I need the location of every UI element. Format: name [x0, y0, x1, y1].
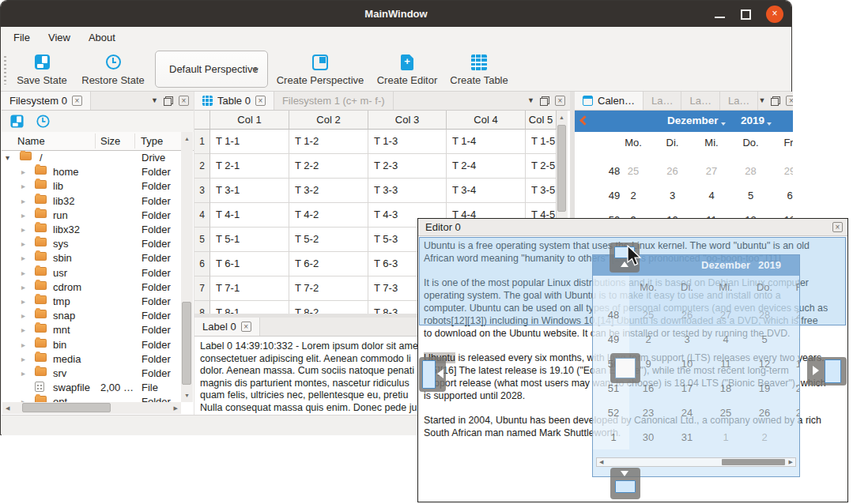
- scroll-up-icon[interactable]: ▲: [184, 136, 190, 141]
- calendar-day-cell[interactable]: 28: [745, 165, 756, 177]
- table-cell[interactable]: T 7-2: [289, 276, 368, 301]
- scroll-left-icon[interactable]: ◀: [6, 405, 9, 411]
- expander-icon[interactable]: ▸: [21, 225, 25, 234]
- calendar-day-cell[interactable]: 29: [784, 165, 793, 177]
- dock-menu-icon[interactable]: ▼: [527, 97, 534, 104]
- table-cell[interactable]: T 3-1: [210, 179, 289, 203]
- table-column-header[interactable]: Col 5: [526, 111, 557, 130]
- table-cell[interactable]: T 4-2: [289, 203, 368, 228]
- tree-row[interactable]: ▸homeFolder: [2, 165, 181, 180]
- calendar-day-header[interactable]: Mi.: [704, 137, 718, 149]
- save-state-button[interactable]: Save State: [12, 51, 72, 88]
- editor-titlebar[interactable]: Editor 0 ×: [418, 219, 847, 236]
- calendar-day-cell[interactable]: 3: [670, 190, 675, 201]
- tree-item-name[interactable]: cdrom: [53, 281, 81, 293]
- minimize-icon[interactable]: [715, 17, 725, 18]
- dock-menu-icon[interactable]: ▼: [151, 97, 158, 104]
- expander-icon[interactable]: ▸: [21, 211, 25, 220]
- table-column-header[interactable]: Col 4: [447, 111, 526, 130]
- tree-row[interactable]: ▸optFolder: [2, 395, 181, 402]
- scrollbar-thumb[interactable]: [182, 302, 191, 385]
- table-cell[interactable]: T 6-1: [210, 252, 289, 276]
- table-cell[interactable]: T 3-3: [368, 179, 447, 203]
- table-row-header[interactable]: 4: [194, 203, 210, 228]
- calendar-day-header[interactable]: Di.: [666, 137, 679, 149]
- table-cell[interactable]: T 2-2: [289, 154, 368, 179]
- tree-item-name[interactable]: sbin: [53, 252, 72, 264]
- table-cell[interactable]: T 5-1: [210, 228, 289, 252]
- calendar-day-header[interactable]: Do.: [742, 137, 758, 149]
- editor-close-icon[interactable]: ×: [832, 222, 843, 232]
- calendar-day-cell[interactable]: 27: [706, 165, 717, 177]
- scroll-up-icon[interactable]: ▲: [559, 115, 564, 120]
- tree-row[interactable]: ▸snapFolder: [2, 309, 181, 324]
- table-cell[interactable]: T 7-1: [210, 276, 289, 301]
- expander-icon[interactable]: ▸: [21, 283, 25, 291]
- tree-row[interactable]: ▸libx32Folder: [2, 223, 181, 238]
- table-row-header[interactable]: 6: [194, 252, 210, 276]
- tree-column-header[interactable]: Name: [17, 135, 45, 147]
- tree-row[interactable]: ▸cdromFolder: [2, 280, 181, 295]
- expander-icon[interactable]: ▸: [21, 239, 25, 248]
- table-column-header[interactable]: Col 1: [210, 111, 289, 130]
- tree-item-name[interactable]: usr: [53, 267, 67, 279]
- table-cell[interactable]: T 5-2: [289, 228, 368, 252]
- scroll-down-icon[interactable]: ▼: [184, 393, 190, 398]
- dock-float-icon[interactable]: [540, 96, 549, 106]
- menu-item-about[interactable]: About: [85, 30, 119, 45]
- tree-item-name[interactable]: lib: [53, 180, 63, 192]
- table-cell[interactable]: T 1-5: [526, 130, 557, 154]
- table-cell[interactable]: T 2-4: [447, 154, 526, 179]
- tree-item-name[interactable]: tmp: [53, 295, 70, 307]
- column-separator[interactable]: [134, 134, 135, 149]
- tab-label-2[interactable]: La…: [681, 92, 719, 110]
- horizontal-scrollbar[interactable]: ◀ ▶: [2, 402, 181, 414]
- calendar-day-cell[interactable]: 26: [666, 165, 677, 177]
- table-cell[interactable]: T 1-2: [289, 130, 368, 154]
- tree-row[interactable]: swapfile2,00 …File: [2, 381, 181, 396]
- calendar-day-cell[interactable]: 4: [708, 190, 714, 201]
- expander-icon[interactable]: ▸: [21, 182, 25, 190]
- tree-row[interactable]: ▸sysFolder: [2, 237, 181, 252]
- tree-item-name[interactable]: libx32: [53, 224, 80, 235]
- tree-row[interactable]: ▸tmpFolder: [2, 295, 181, 310]
- tab-label-1[interactable]: La…: [644, 92, 681, 110]
- expander-icon[interactable]: ▸: [21, 340, 25, 349]
- tree-column-header[interactable]: Size: [100, 135, 120, 147]
- tree-row[interactable]: ▸usrFolder: [2, 266, 181, 281]
- table-row-header[interactable]: 7: [194, 276, 210, 301]
- tab-label-0[interactable]: Label 0 ×: [194, 318, 260, 336]
- table-row-header[interactable]: 2: [194, 154, 210, 179]
- column-separator[interactable]: [95, 134, 96, 149]
- perspective-dropdown[interactable]: Default Perspective: [155, 51, 268, 88]
- table-cell[interactable]: T 3-4: [447, 179, 526, 203]
- table-cell[interactable]: T 8-1: [210, 301, 289, 314]
- tree-item-name[interactable]: opt: [53, 396, 67, 402]
- expander-icon[interactable]: ▸: [21, 311, 25, 320]
- vertical-scrollbar[interactable]: ▲ ▼: [181, 132, 193, 402]
- tree-row[interactable]: ▸sbinFolder: [2, 251, 181, 266]
- table-cell[interactable]: T 3-2: [289, 179, 368, 203]
- toolbar-grip-handle[interactable]: [4, 56, 6, 85]
- menu-item-file[interactable]: File: [10, 30, 33, 45]
- dock-close-icon[interactable]: ×: [179, 96, 189, 106]
- tree-item-name[interactable]: sys: [53, 238, 69, 250]
- expander-icon[interactable]: ▸: [21, 297, 25, 306]
- table-row-header[interactable]: 5: [194, 228, 210, 252]
- table-cell[interactable]: T 1-3: [368, 130, 447, 154]
- tree-column-header[interactable]: Type: [141, 135, 163, 147]
- dock-float-icon[interactable]: [771, 96, 780, 106]
- tree-item-name[interactable]: bin: [53, 339, 66, 351]
- scroll-right-icon[interactable]: ▶: [174, 405, 178, 411]
- table-column-header[interactable]: Col 3: [368, 111, 447, 130]
- table-cell[interactable]: T 1-4: [447, 130, 526, 154]
- tab-close-icon[interactable]: ×: [72, 96, 82, 106]
- expander-icon[interactable]: ▸: [21, 369, 25, 378]
- tree-item-name[interactable]: swapfile: [53, 382, 90, 393]
- tab-close-icon[interactable]: ×: [255, 96, 266, 106]
- table-cell[interactable]: T 2-1: [210, 154, 289, 179]
- drop-indicator-bottom[interactable]: [610, 468, 640, 499]
- tab-calendar[interactable]: Calen…: [575, 92, 644, 110]
- tree-item-name[interactable]: home: [53, 166, 79, 178]
- table-cell[interactable]: T 2-3: [368, 154, 447, 179]
